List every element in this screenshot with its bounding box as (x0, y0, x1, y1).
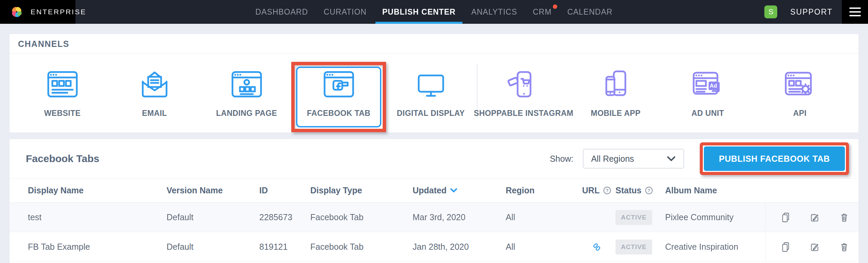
support-link[interactable]: SUPPORT (790, 7, 833, 17)
nav-item-label: CURATION (324, 7, 366, 17)
column-header-updated[interactable]: Updated (413, 186, 506, 195)
mobile-app-icon (600, 69, 632, 100)
nav-right: S SUPPORT (764, 0, 868, 24)
channel-label: MOBILE APP (591, 109, 640, 118)
nav-item-label: CALENDAR (567, 7, 612, 17)
website-icon (46, 69, 79, 100)
channel-mobile-app[interactable]: MOBILE APP (570, 54, 662, 133)
facebook-tab-icon (323, 69, 355, 100)
chevron-down-icon (666, 155, 676, 162)
channel-label: LANDING PAGE (216, 109, 277, 118)
table-row: FB Tab ExampleDefault819121Facebook TabJ… (10, 232, 858, 262)
cell-album_name: Pixlee Community (665, 212, 765, 222)
column-header-label: ID (259, 186, 268, 195)
table-row: testDefault2285673Facebook TabMar 3rd, 2… (10, 203, 858, 232)
cell-region: All (506, 212, 578, 222)
channel-label: API (793, 109, 807, 118)
facebook-tabs-card: Facebook Tabs Show: All Regions PUBLISH … (9, 139, 859, 263)
column-header-label: Display Name (28, 186, 84, 195)
cell-status: ACTIVE (615, 210, 665, 225)
edit-icon (809, 249, 821, 254)
channel-label: EMAIL (142, 109, 167, 118)
delete-button[interactable] (838, 241, 850, 253)
cell-id: 2285673 (259, 212, 310, 222)
edit-button[interactable] (809, 212, 821, 223)
region-filter-select[interactable]: All Regions (583, 149, 684, 169)
cell-url (578, 241, 615, 253)
shoppable-instagram-icon (507, 69, 540, 100)
pixlee-flower-icon (10, 5, 23, 18)
avatar[interactable]: S (764, 5, 777, 18)
duplicate-icon (780, 249, 792, 254)
table-body: testDefault2285673Facebook TabMar 3rd, 2… (10, 203, 858, 262)
column-header-url: URL? (578, 186, 615, 195)
annotation-box: PUBLISH FACEBOOK TAB (700, 142, 849, 175)
top-nav: ENTERPRISE DASHBOARDCURATIONPUBLISH CENT… (0, 0, 868, 24)
nav-item-publish-center[interactable]: PUBLISH CENTER (382, 0, 456, 24)
show-label: Show: (550, 154, 573, 164)
svg-text:?: ? (648, 188, 650, 193)
edit-button[interactable] (809, 241, 821, 253)
logo-block[interactable]: ENTERPRISE (0, 0, 75, 24)
nav-item-curation[interactable]: CURATION (324, 0, 366, 24)
column-header-id: ID (259, 186, 310, 195)
brand-name: ENTERPRISE (31, 8, 86, 16)
nav-item-label: ANALYTICS (471, 7, 517, 17)
nav-item-dashboard[interactable]: DASHBOARD (256, 0, 308, 24)
column-header-region: Region (506, 186, 578, 195)
cell-updated: Jan 28th, 2020 (413, 242, 506, 252)
cell-updated: Mar 3rd, 2020 (413, 212, 506, 222)
channel-ad-unit[interactable]: AdAD UNIT (662, 54, 754, 133)
channel-shoppable-instagram[interactable]: SHOPPABLE INSTAGRAM (478, 54, 570, 133)
channels-section-title: CHANNELS (10, 34, 858, 54)
cell-actions (765, 232, 858, 262)
nav-item-crm[interactable]: CRM (533, 0, 552, 24)
duplicate-button[interactable] (780, 212, 792, 223)
channel-landing-page[interactable]: LANDING PAGE (201, 54, 293, 133)
channel-facebook-tab[interactable]: FACEBOOK TAB (293, 54, 385, 133)
main-nav: DASHBOARDCURATIONPUBLISH CENTERANALYTICS… (256, 0, 613, 24)
landing-page-icon (230, 69, 263, 100)
cell-id: 819121 (259, 242, 310, 252)
column-header-label: Region (506, 186, 535, 195)
cell-album_name: Creative Inspiration (665, 242, 765, 252)
trash-icon (838, 219, 850, 224)
channel-label: FACEBOOK TAB (307, 109, 370, 118)
duplicate-button[interactable] (780, 241, 792, 253)
cell-version_name: Default (167, 212, 259, 222)
channel-api[interactable]: API (754, 54, 846, 133)
column-header-label: Album Name (665, 186, 717, 195)
column-header-display_name: Display Name (28, 186, 167, 195)
status-badge: ACTIVE (615, 240, 652, 255)
nav-item-analytics[interactable]: ANALYTICS (471, 0, 517, 24)
help-icon[interactable]: ? (603, 186, 611, 195)
channel-label: WEBSITE (44, 109, 81, 118)
channel-email[interactable]: EMAIL (108, 54, 201, 133)
delete-button[interactable] (838, 212, 850, 223)
cell-display_name: test (28, 212, 167, 222)
channels-card: CHANNELS WEBSITEEMAILLANDING PAGEFACEBOO… (9, 34, 859, 133)
svg-text:Ad: Ad (710, 83, 717, 89)
nav-item-label: PUBLISH CENTER (382, 7, 456, 17)
column-header-label: URL (582, 186, 600, 195)
cell-status: ACTIVE (615, 240, 665, 255)
column-header-label: Updated (413, 186, 447, 195)
url-link-icon[interactable] (591, 241, 603, 253)
cell-display_type: Facebook Tab (310, 212, 413, 222)
hamburger-menu-icon[interactable] (842, 0, 868, 24)
publish-facebook-tab-button[interactable]: PUBLISH FACEBOOK TAB (704, 146, 845, 171)
channel-website[interactable]: WEBSITE (16, 54, 108, 133)
column-header-label: Status (615, 186, 641, 195)
channel-label: DIGITAL DISPLAY (397, 109, 465, 118)
column-header-label: Display Type (310, 186, 362, 195)
cell-display_type: Facebook Tab (310, 242, 413, 252)
ad-unit-icon: Ad (692, 69, 724, 100)
region-filter-value: All Regions (591, 154, 666, 164)
duplicate-icon (780, 219, 792, 224)
nav-item-calendar[interactable]: CALENDAR (567, 0, 612, 24)
cell-actions (765, 203, 858, 232)
channel-digital-display[interactable]: DIGITAL DISPLAY (385, 54, 477, 133)
panel-title: Facebook Tabs (26, 153, 99, 164)
help-icon[interactable]: ? (645, 186, 653, 195)
api-icon (784, 69, 816, 100)
